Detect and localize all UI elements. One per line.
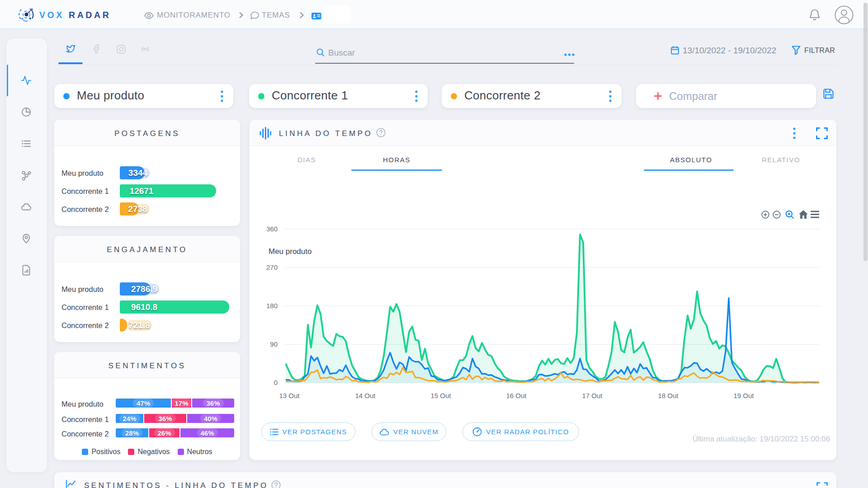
svg-text:270: 270 (266, 263, 278, 271)
svg-text:18 Out: 18 Out (658, 392, 679, 399)
svg-text:15 Out: 15 Out (430, 392, 451, 399)
svg-text:14 Out: 14 Out (355, 392, 376, 399)
svg-text:19 Out: 19 Out (733, 392, 754, 399)
svg-text:180: 180 (266, 302, 278, 310)
svg-text:13 Out: 13 Out (279, 392, 300, 399)
svg-text:90: 90 (270, 340, 278, 348)
svg-text:360: 360 (266, 225, 278, 233)
svg-text:17 Out: 17 Out (582, 392, 603, 399)
svg-text:0: 0 (274, 379, 278, 386)
svg-text:16 Out: 16 Out (506, 392, 527, 399)
